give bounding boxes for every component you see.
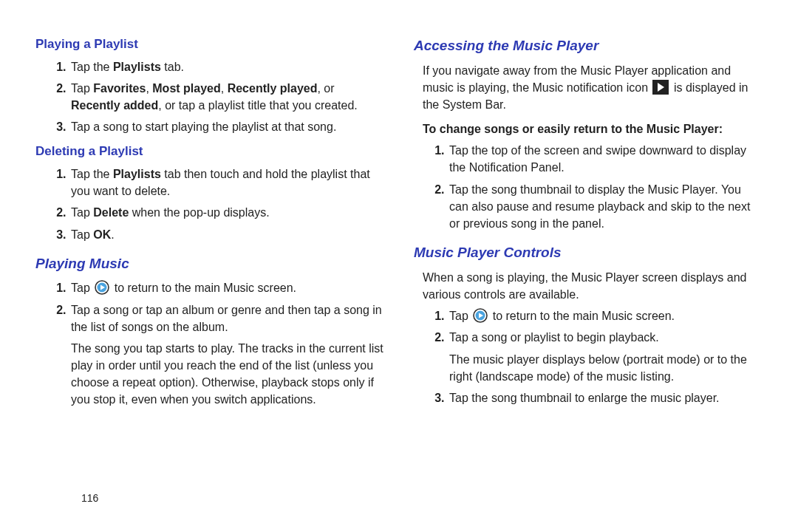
list-deleting-a-playlist: Tap the Playlists tab then touch and hol… (35, 166, 384, 243)
text: Tap (71, 82, 93, 95)
bold-text: Favorites (93, 82, 146, 95)
bold-text: Playlists (113, 168, 161, 180)
list-item: Tap Favorites, Most played, Recently pla… (69, 80, 384, 114)
text: Tap the (71, 61, 113, 73)
heading-playing-music: Playing Music (35, 253, 384, 274)
play-circle-icon (95, 280, 109, 295)
list-playing-music: Tap to return to the main Music screen. … (35, 279, 384, 408)
page-number: 116 (81, 491, 98, 505)
list-item: Tap to return to the main Music screen. (448, 307, 763, 324)
bold-text: Most played (152, 82, 220, 95)
heading-deleting-a-playlist: Deleting a Playlist (35, 143, 384, 161)
list-item: Tap OK. (69, 226, 384, 243)
paragraph: The music player displays below (portrai… (449, 351, 763, 385)
text: tab. (161, 61, 184, 73)
list-accessing-music-player: Tap the top of the screen and swipe down… (414, 142, 763, 232)
list-item: Tap a song to start playing the playlist… (69, 118, 384, 135)
bold-text: OK (93, 228, 111, 241)
paragraph: When a song is playing, the Music Player… (423, 269, 763, 303)
text: Tap (71, 282, 93, 294)
list-item: Tap a song or tap an album or genre and … (69, 301, 384, 409)
list-item: Tap the song thumbnail to display the Mu… (448, 181, 763, 233)
text: Tap a song or playlist to begin playback… (449, 331, 659, 344)
list-item: Tap a song or playlist to begin playback… (448, 329, 763, 385)
text: Tap (449, 310, 471, 322)
list-item: Tap to return to the main Music screen. (69, 279, 384, 296)
text: , or (317, 82, 334, 95)
heading-music-player-controls: Music Player Controls (414, 242, 763, 263)
bold-text: Delete (93, 206, 129, 219)
text: Tap a song or tap an album or genre and … (71, 304, 382, 333)
text: , (221, 82, 228, 95)
manual-page: Playing a Playlist Tap the Playlists tab… (0, 0, 798, 532)
play-circle-icon (473, 308, 488, 323)
bold-text: Playlists (113, 61, 161, 73)
list-item: Tap the song thumbnail to enlarge the mu… (448, 389, 763, 406)
subheading-change-songs: To change songs or easily return to the … (423, 120, 763, 137)
list-playing-a-playlist: Tap the Playlists tab. Tap Favorites, Mo… (35, 58, 384, 136)
text: , (146, 82, 152, 95)
music-notification-icon (652, 80, 669, 95)
text: when the pop-up displays. (129, 206, 269, 219)
text: to return to the main Music screen. (115, 282, 296, 294)
heading-accessing-music-player: Accessing the Music Player (414, 35, 763, 56)
right-column: Accessing the Music Player If you naviga… (414, 35, 763, 514)
list-item: Tap Delete when the pop-up displays. (69, 204, 384, 221)
text: to return to the main Music screen. (493, 310, 675, 322)
heading-playing-a-playlist: Playing a Playlist (35, 35, 384, 54)
bold-text: Recently played (228, 82, 318, 95)
text: . (111, 228, 114, 241)
text: Tap (71, 206, 93, 219)
text: Tap (71, 228, 93, 241)
list-music-player-controls: Tap to return to the main Music screen. … (414, 307, 763, 406)
list-item: Tap the Playlists tab. (69, 58, 384, 75)
bold-text: Recently added (71, 99, 158, 112)
list-item: Tap the Playlists tab then touch and hol… (69, 166, 384, 200)
text: , or tap a playlist title that you creat… (158, 99, 357, 112)
text: Tap the (71, 168, 113, 180)
paragraph: The song you tap starts to play. The tra… (71, 340, 384, 409)
list-item: Tap the top of the screen and swipe down… (448, 142, 763, 176)
paragraph: If you navigate away from the Music Play… (423, 62, 763, 114)
left-column: Playing a Playlist Tap the Playlists tab… (35, 35, 384, 514)
